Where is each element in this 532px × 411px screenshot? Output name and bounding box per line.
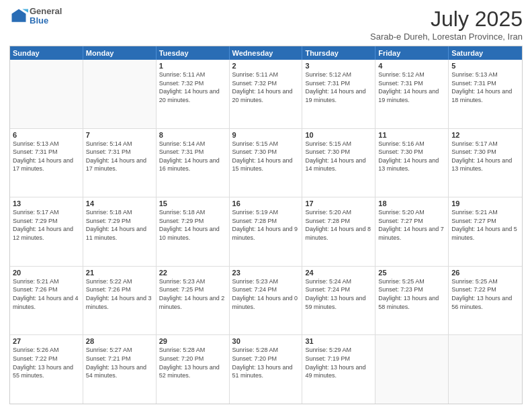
calendar-week-row: 6Sunrise: 5:13 AMSunset: 7:31 PMDaylight… xyxy=(10,128,522,197)
calendar-cell: 27Sunrise: 5:26 AMSunset: 7:22 PMDayligh… xyxy=(10,335,83,404)
calendar-cell: 19Sunrise: 5:21 AMSunset: 7:27 PMDayligh… xyxy=(449,197,522,266)
day-number: 3 xyxy=(305,62,372,70)
svg-marker-0 xyxy=(12,9,26,22)
day-detail: Sunrise: 5:18 AMSunset: 7:29 PMDaylight:… xyxy=(159,208,226,242)
day-detail: Sunrise: 5:17 AMSunset: 7:29 PMDaylight:… xyxy=(13,208,80,242)
calendar-cell: 1Sunrise: 5:11 AMSunset: 7:32 PMDaylight… xyxy=(157,60,230,128)
day-of-week-header: Friday xyxy=(375,46,449,60)
day-detail: Sunrise: 5:25 AMSunset: 7:22 PMDaylight:… xyxy=(451,277,519,311)
calendar-cell: 10Sunrise: 5:15 AMSunset: 7:30 PMDayligh… xyxy=(302,129,375,197)
day-of-week-header: Monday xyxy=(83,46,157,60)
day-detail: Sunrise: 5:22 AMSunset: 7:26 PMDaylight:… xyxy=(86,277,153,311)
calendar-cell: 30Sunrise: 5:28 AMSunset: 7:20 PMDayligh… xyxy=(230,335,303,404)
day-detail: Sunrise: 5:23 AMSunset: 7:25 PMDaylight:… xyxy=(159,277,226,311)
logo-general: General xyxy=(30,7,62,16)
day-of-week-header: Wednesday xyxy=(230,46,303,60)
calendar-cell: 4Sunrise: 5:12 AMSunset: 7:31 PMDaylight… xyxy=(375,60,449,128)
day-number: 4 xyxy=(378,62,445,70)
day-number: 1 xyxy=(159,62,226,70)
day-detail: Sunrise: 5:15 AMSunset: 7:30 PMDaylight:… xyxy=(305,140,372,173)
calendar-cell: 18Sunrise: 5:20 AMSunset: 7:27 PMDayligh… xyxy=(375,197,449,266)
day-detail: Sunrise: 5:21 AMSunset: 7:26 PMDaylight:… xyxy=(13,277,80,311)
day-detail: Sunrise: 5:25 AMSunset: 7:23 PMDaylight:… xyxy=(378,277,445,311)
day-number: 12 xyxy=(451,131,519,139)
calendar-cell: 13Sunrise: 5:17 AMSunset: 7:29 PMDayligh… xyxy=(10,197,83,266)
day-detail: Sunrise: 5:13 AMSunset: 7:31 PMDaylight:… xyxy=(451,71,519,104)
day-number: 21 xyxy=(86,269,153,277)
day-detail: Sunrise: 5:12 AMSunset: 7:31 PMDaylight:… xyxy=(305,71,372,104)
day-number: 13 xyxy=(13,199,80,208)
day-number: 15 xyxy=(159,199,226,208)
calendar-cell: 2Sunrise: 5:11 AMSunset: 7:32 PMDaylight… xyxy=(230,60,303,128)
calendar-cell: 14Sunrise: 5:18 AMSunset: 7:29 PMDayligh… xyxy=(83,197,157,266)
calendar-cell: 9Sunrise: 5:15 AMSunset: 7:30 PMDaylight… xyxy=(230,129,303,197)
day-detail: Sunrise: 5:14 AMSunset: 7:31 PMDaylight:… xyxy=(86,140,153,173)
calendar-cell xyxy=(449,335,522,404)
calendar-cell xyxy=(375,335,449,404)
calendar-cell xyxy=(10,60,83,128)
day-number: 6 xyxy=(13,131,80,139)
title-area: July 2025 Sarab-e Dureh, Lorestan Provin… xyxy=(370,7,523,42)
day-detail: Sunrise: 5:12 AMSunset: 7:31 PMDaylight:… xyxy=(378,71,445,104)
day-number: 8 xyxy=(159,131,226,139)
day-detail: Sunrise: 5:13 AMSunset: 7:31 PMDaylight:… xyxy=(13,140,80,173)
calendar-week-row: 20Sunrise: 5:21 AMSunset: 7:26 PMDayligh… xyxy=(10,266,522,335)
day-number: 20 xyxy=(13,269,80,277)
calendar-header: SundayMondayTuesdayWednesdayThursdayFrid… xyxy=(10,46,522,60)
location-subtitle: Sarab-e Dureh, Lorestan Province, Iran xyxy=(370,32,523,42)
day-detail: Sunrise: 5:24 AMSunset: 7:24 PMDaylight:… xyxy=(305,277,372,311)
day-detail: Sunrise: 5:20 AMSunset: 7:27 PMDaylight:… xyxy=(378,208,445,242)
calendar-week-row: 1Sunrise: 5:11 AMSunset: 7:32 PMDaylight… xyxy=(10,60,522,128)
calendar-cell: 31Sunrise: 5:29 AMSunset: 7:19 PMDayligh… xyxy=(302,335,375,404)
day-detail: Sunrise: 5:27 AMSunset: 7:21 PMDaylight:… xyxy=(86,346,153,379)
day-number: 23 xyxy=(232,269,300,277)
day-number: 24 xyxy=(305,269,372,277)
calendar-cell: 11Sunrise: 5:16 AMSunset: 7:30 PMDayligh… xyxy=(375,129,449,197)
day-number: 26 xyxy=(451,269,519,277)
calendar-body: 1Sunrise: 5:11 AMSunset: 7:32 PMDaylight… xyxy=(10,60,522,404)
calendar-cell: 29Sunrise: 5:28 AMSunset: 7:20 PMDayligh… xyxy=(157,335,230,404)
calendar-cell xyxy=(83,60,157,128)
day-number: 22 xyxy=(159,269,226,277)
calendar-cell: 5Sunrise: 5:13 AMSunset: 7:31 PMDaylight… xyxy=(449,60,522,128)
day-of-week-header: Saturday xyxy=(449,46,522,60)
calendar-week-row: 13Sunrise: 5:17 AMSunset: 7:29 PMDayligh… xyxy=(10,197,522,266)
day-number: 17 xyxy=(305,199,372,208)
calendar-cell: 16Sunrise: 5:19 AMSunset: 7:28 PMDayligh… xyxy=(230,197,303,266)
day-detail: Sunrise: 5:16 AMSunset: 7:30 PMDaylight:… xyxy=(378,140,445,173)
day-number: 9 xyxy=(232,131,300,139)
day-number: 18 xyxy=(378,199,445,208)
calendar-cell: 17Sunrise: 5:20 AMSunset: 7:28 PMDayligh… xyxy=(302,197,375,266)
day-of-week-header: Sunday xyxy=(10,46,83,60)
day-detail: Sunrise: 5:21 AMSunset: 7:27 PMDaylight:… xyxy=(451,208,519,242)
day-number: 2 xyxy=(232,62,300,70)
day-number: 28 xyxy=(86,337,153,345)
calendar-cell: 25Sunrise: 5:25 AMSunset: 7:23 PMDayligh… xyxy=(375,267,449,335)
day-detail: Sunrise: 5:15 AMSunset: 7:30 PMDaylight:… xyxy=(232,140,300,173)
day-number: 29 xyxy=(159,337,226,345)
day-number: 14 xyxy=(86,199,153,208)
day-number: 10 xyxy=(305,131,372,139)
day-detail: Sunrise: 5:19 AMSunset: 7:28 PMDaylight:… xyxy=(232,208,300,242)
day-detail: Sunrise: 5:28 AMSunset: 7:20 PMDaylight:… xyxy=(232,346,300,379)
day-number: 19 xyxy=(451,199,519,208)
calendar-cell: 8Sunrise: 5:14 AMSunset: 7:31 PMDaylight… xyxy=(157,129,230,197)
day-detail: Sunrise: 5:20 AMSunset: 7:28 PMDaylight:… xyxy=(305,208,372,242)
calendar-cell: 20Sunrise: 5:21 AMSunset: 7:26 PMDayligh… xyxy=(10,267,83,335)
day-detail: Sunrise: 5:23 AMSunset: 7:24 PMDaylight:… xyxy=(232,277,300,311)
day-detail: Sunrise: 5:17 AMSunset: 7:30 PMDaylight:… xyxy=(451,140,519,173)
day-number: 30 xyxy=(232,337,300,345)
calendar-cell: 15Sunrise: 5:18 AMSunset: 7:29 PMDayligh… xyxy=(157,197,230,266)
calendar: SundayMondayTuesdayWednesdayThursdayFrid… xyxy=(9,46,523,404)
header: General Blue July 2025 Sarab-e Dureh, Lo… xyxy=(9,7,523,42)
day-of-week-header: Tuesday xyxy=(157,46,230,60)
logo-icon xyxy=(9,7,28,26)
day-detail: Sunrise: 5:11 AMSunset: 7:32 PMDaylight:… xyxy=(159,71,226,104)
day-detail: Sunrise: 5:26 AMSunset: 7:22 PMDaylight:… xyxy=(13,346,80,379)
calendar-cell: 24Sunrise: 5:24 AMSunset: 7:24 PMDayligh… xyxy=(302,267,375,335)
day-detail: Sunrise: 5:11 AMSunset: 7:32 PMDaylight:… xyxy=(232,71,300,104)
logo: General Blue xyxy=(9,7,62,26)
day-detail: Sunrise: 5:18 AMSunset: 7:29 PMDaylight:… xyxy=(86,208,153,242)
calendar-cell: 12Sunrise: 5:17 AMSunset: 7:30 PMDayligh… xyxy=(449,129,522,197)
logo-blue: Blue xyxy=(30,16,62,26)
